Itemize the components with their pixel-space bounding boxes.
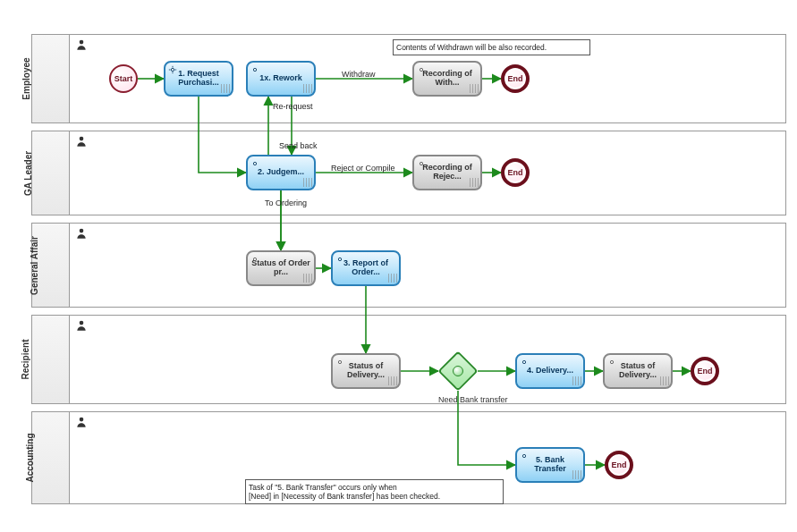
stripes-icon xyxy=(388,274,397,283)
task-label: 4. Delivery... xyxy=(527,367,573,376)
annotation-withdraw-note: Contents of Withdrawn will be also recor… xyxy=(394,39,590,55)
svg-point-12 xyxy=(253,162,256,165)
annotation-bank-note: Task of "5. Bank Transfer" occurs only w… xyxy=(246,479,504,504)
task-5-bank-transfer[interactable]: 5. Bank Transfer xyxy=(515,447,585,483)
edge-label-to-ordering: To Ordering xyxy=(265,198,307,207)
end-label: End xyxy=(508,168,523,177)
svg-point-14 xyxy=(253,258,256,260)
lane-label: Recipient xyxy=(21,339,30,379)
svg-point-16 xyxy=(338,360,341,363)
bpmn-canvas: Employee GA Leader General Affair Recipi… xyxy=(0,0,797,532)
start-label: Start xyxy=(114,74,133,83)
gear-icon xyxy=(250,159,259,168)
stripes-icon xyxy=(470,178,479,187)
gear-icon xyxy=(250,65,259,74)
lane-label: General Affair xyxy=(30,236,39,295)
task-label: 5. Bank Transfer xyxy=(521,456,580,474)
stripes-icon xyxy=(303,84,312,93)
end-event-1[interactable]: End xyxy=(501,64,530,93)
lane-ga-leader: GA Leader xyxy=(31,131,786,215)
gear-icon xyxy=(335,255,344,264)
task-1-request[interactable]: 1. Request Purchasi... xyxy=(164,61,233,97)
gear-icon xyxy=(250,255,259,264)
user-icon xyxy=(75,416,88,428)
svg-point-1 xyxy=(80,137,84,141)
svg-point-0 xyxy=(80,40,84,45)
stripes-icon xyxy=(572,376,581,385)
task-recording-withdraw[interactable]: Recording of With... xyxy=(412,61,482,97)
edge-label-sendback: Send back xyxy=(279,141,318,150)
end-label: End xyxy=(698,367,713,376)
gear-icon xyxy=(417,65,426,74)
svg-point-19 xyxy=(522,454,525,457)
task-label: Recording of With... xyxy=(418,70,477,88)
edge-label-withdraw: Withdraw xyxy=(342,70,376,79)
lane-recipient: Recipient xyxy=(31,315,786,404)
svg-point-11 xyxy=(420,68,422,71)
end-label: End xyxy=(612,460,627,469)
task-label: 2. Judgem... xyxy=(258,168,304,177)
task-2-judgement[interactable]: 2. Judgem... xyxy=(246,155,316,190)
svg-point-17 xyxy=(522,360,525,363)
gateway-label: Need Bank transfer xyxy=(438,395,508,404)
task-label: 3. Report of Order... xyxy=(336,259,395,277)
task-status-delivery-2[interactable]: Status of Delivery... xyxy=(603,353,673,389)
end-event-3[interactable]: End xyxy=(691,357,719,385)
task-label: Recording of Rejec... xyxy=(418,164,477,182)
edge-label-rerequest: Re-request xyxy=(273,102,313,111)
svg-point-2 xyxy=(80,229,84,233)
gear-icon xyxy=(520,452,529,460)
user-icon xyxy=(75,227,88,240)
gateway-dot-icon xyxy=(453,366,463,376)
task-label: Status of Order pr... xyxy=(251,259,310,277)
lane-label: Accounting xyxy=(25,434,35,483)
task-4-delivery[interactable]: 4. Delivery... xyxy=(515,353,585,389)
lane-general-affair: General Affair xyxy=(31,223,786,308)
lane-head xyxy=(32,35,70,122)
user-icon xyxy=(75,135,88,148)
task-status-order[interactable]: Status of Order pr... xyxy=(246,250,316,286)
user-icon xyxy=(75,319,88,332)
task-label: Status of Delivery... xyxy=(608,362,667,380)
gear-icon xyxy=(335,358,344,367)
stripes-icon xyxy=(303,274,312,283)
task-status-delivery-1[interactable]: Status of Delivery... xyxy=(331,353,401,389)
gear-icon xyxy=(417,159,426,168)
note-text-line1: Task of "5. Bank Transfer" occurs only w… xyxy=(249,483,397,492)
svg-point-5 xyxy=(171,68,174,71)
lane-head xyxy=(32,316,70,403)
stripes-icon xyxy=(572,470,581,479)
note-text-line2: [Need] in [Necessity of Bank transfer] h… xyxy=(249,492,440,501)
user-icon xyxy=(75,38,88,51)
task-1x-rework[interactable]: 1x. Rework xyxy=(246,61,316,97)
task-3-report-order[interactable]: 3. Report of Order... xyxy=(331,250,401,286)
stripes-icon xyxy=(660,376,669,385)
stripes-icon xyxy=(303,178,312,187)
edge-label-reject-compile: Reject or Compile xyxy=(331,164,395,173)
stripes-icon xyxy=(221,84,230,93)
gear-icon xyxy=(520,358,529,367)
svg-point-4 xyxy=(80,418,84,422)
svg-point-15 xyxy=(338,258,341,260)
svg-point-13 xyxy=(420,162,422,165)
svg-point-10 xyxy=(253,68,256,71)
stripes-icon xyxy=(388,376,397,385)
task-label: 1. Request Purchasi... xyxy=(169,70,228,88)
lane-label: GA Leader xyxy=(23,150,33,195)
task-label: Status of Delivery... xyxy=(336,362,395,380)
gear-icon xyxy=(168,65,177,74)
note-text: Contents of Withdrawn will be also recor… xyxy=(396,43,547,52)
svg-point-18 xyxy=(610,360,613,363)
end-event-4[interactable]: End xyxy=(605,451,633,479)
end-label: End xyxy=(508,74,523,83)
lane-head xyxy=(32,131,70,215)
lane-head xyxy=(32,412,70,503)
task-label: 1x. Rework xyxy=(259,74,302,83)
stripes-icon xyxy=(470,84,479,93)
lane-label: Employee xyxy=(21,57,31,99)
end-event-2[interactable]: End xyxy=(501,158,530,187)
svg-point-3 xyxy=(80,321,84,325)
gear-icon xyxy=(607,358,616,367)
start-event[interactable]: Start xyxy=(109,64,138,93)
task-recording-reject[interactable]: Recording of Rejec... xyxy=(412,155,482,190)
